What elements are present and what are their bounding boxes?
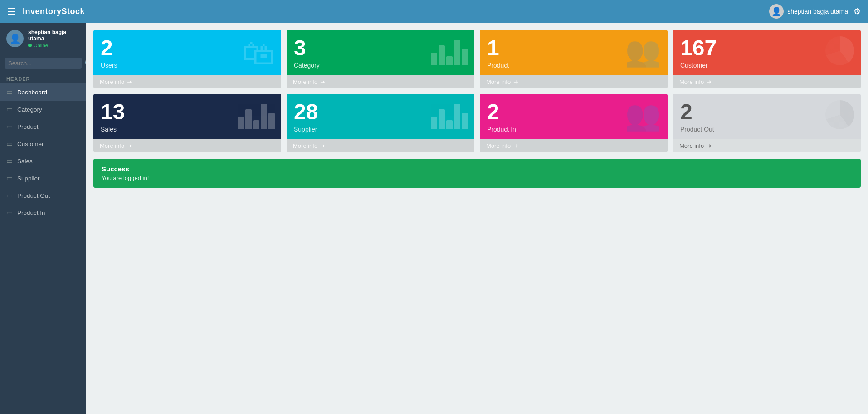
card-users-body: 2 Users 🛍 [93, 30, 281, 75]
top-username: sheptian bagja utama [787, 8, 848, 15]
card-users-label: Users [101, 62, 117, 69]
card-customer-footer[interactable]: More info ➜ [673, 75, 861, 88]
card-product-label: Product [487, 62, 509, 69]
card-supplier-footer[interactable]: More info ➜ [287, 139, 474, 152]
sidebar: 👤 sheptian bagja utama Online 🔍 HEADER ▭… [0, 23, 86, 414]
app-title: InventoryStock [23, 7, 85, 16]
sales-bar-icon [238, 100, 275, 129]
top-nav: ☰ InventoryStock 👤 sheptian bagja utama … [0, 0, 868, 23]
bar-chart-icon [431, 36, 468, 65]
top-user-avatar: 👤 [769, 4, 784, 19]
customer-icon: ▭ [6, 140, 13, 148]
alert-message: You are logged in! [102, 175, 853, 181]
cards-grid: 2 Users 🛍 More info ➜ 3 Category [93, 30, 861, 152]
card-sales-body: 13 Sales [93, 94, 281, 139]
card-product-in-footer[interactable]: More info ➜ [480, 139, 668, 152]
card-sales: 13 Sales More info ➜ [93, 94, 281, 152]
supplier-icon: ▭ [6, 174, 13, 182]
settings-icon[interactable]: ⚙ [853, 6, 861, 16]
top-nav-left: ☰ InventoryStock [7, 6, 85, 17]
pie-chart-icon [825, 36, 854, 65]
card-category-number: 3 [294, 37, 320, 59]
dashboard-icon: ▭ [6, 88, 13, 96]
card-product-in-number: 2 [487, 101, 516, 123]
status-label: Online [34, 43, 48, 48]
alert-success: Success You are logged in! [93, 159, 861, 188]
card-supplier-label: Supplier [294, 126, 318, 133]
card-customer-body: 167 Customer [673, 30, 861, 75]
card-product-out: 2 Product Out More info ➜ [673, 94, 861, 152]
supplier-bar-icon [431, 100, 468, 129]
card-category: 3 Category More info ➜ [287, 30, 474, 88]
alert-title: Success [102, 165, 853, 173]
top-user-info: 👤 sheptian bagja utama [769, 4, 848, 19]
sidebar-item-label: Supplier [17, 175, 40, 182]
card-sales-label: Sales [101, 126, 125, 133]
sidebar-item-label: Dashboard [17, 89, 47, 96]
product-icon: ▭ [6, 122, 13, 131]
product-in-icon: ▭ [6, 209, 13, 217]
sidebar-item-label: Product Out [17, 192, 50, 199]
sidebar-item-product-out[interactable]: ▭ Product Out [0, 187, 86, 204]
card-customer: 167 Customer More info ➜ [673, 30, 861, 88]
sidebar-section-label: HEADER [0, 72, 86, 83]
card-product-out-number: 2 [680, 101, 714, 123]
sidebar-status: Online [28, 43, 80, 48]
sidebar-item-supplier[interactable]: ▭ Supplier [0, 170, 86, 187]
card-sales-footer[interactable]: More info ➜ [93, 139, 281, 152]
sidebar-avatar: 👤 [6, 30, 24, 47]
card-product-out-body: 2 Product Out [673, 94, 861, 139]
product-out-pie-icon [825, 100, 854, 129]
hamburger-icon[interactable]: ☰ [7, 6, 15, 17]
sidebar-item-dashboard[interactable]: ▭ Dashboard [0, 83, 86, 101]
card-product-footer[interactable]: More info ➜ [480, 75, 668, 88]
sidebar-item-label: Category [17, 106, 42, 113]
bag-icon: 🛍 [242, 34, 275, 72]
card-product-body: 1 Product 👥 [480, 30, 668, 75]
card-product-number: 1 [487, 37, 509, 59]
sidebar-item-product[interactable]: ▭ Product [0, 118, 86, 135]
product-out-icon: ▭ [6, 191, 13, 200]
card-product-out-label: Product Out [680, 126, 714, 133]
search-input[interactable] [8, 60, 84, 67]
search-box: 🔍 [0, 53, 86, 72]
card-product-in-body: 2 Product In 👥 [480, 94, 668, 139]
sidebar-item-label: Customer [17, 141, 44, 147]
card-category-body: 3 Category [287, 30, 474, 75]
top-nav-right: 👤 sheptian bagja utama ⚙ [769, 4, 861, 19]
sidebar-item-product-in[interactable]: ▭ Product In [0, 204, 86, 221]
sidebar-item-category[interactable]: ▭ Category [0, 101, 86, 118]
sales-icon: ▭ [6, 157, 13, 165]
card-product-out-footer[interactable]: More info ➜ [673, 139, 861, 152]
sidebar-item-label: Product In [17, 209, 45, 216]
card-category-footer[interactable]: More info ➜ [287, 75, 474, 88]
card-supplier: 28 Supplier More info ➜ [287, 94, 474, 152]
sidebar-item-label: Sales [17, 158, 33, 165]
card-customer-label: Customer [680, 62, 717, 69]
sidebar-username: sheptian bagja utama [28, 29, 80, 42]
card-product: 1 Product 👥 More info ➜ [480, 30, 668, 88]
sidebar-user-info: sheptian bagja utama Online [28, 29, 80, 48]
status-dot [28, 44, 32, 47]
search-input-wrap: 🔍 [5, 58, 82, 69]
card-product-in: 2 Product In 👥 More info ➜ [480, 94, 668, 152]
card-category-label: Category [294, 62, 320, 69]
card-product-in-label: Product In [487, 126, 516, 133]
person-plus-icon: 👥 [625, 34, 661, 68]
sidebar-item-customer[interactable]: ▭ Customer [0, 135, 86, 152]
card-supplier-body: 28 Supplier [287, 94, 474, 139]
sidebar-item-label: Product [17, 123, 39, 130]
card-sales-number: 13 [101, 101, 125, 123]
card-users: 2 Users 🛍 More info ➜ [93, 30, 281, 88]
card-customer-number: 167 [680, 37, 717, 59]
card-users-footer[interactable]: More info ➜ [93, 75, 281, 88]
sidebar-item-sales[interactable]: ▭ Sales [0, 152, 86, 170]
card-users-number: 2 [101, 37, 117, 59]
main-layout: 👤 sheptian bagja utama Online 🔍 HEADER ▭… [0, 23, 868, 414]
sidebar-user: 👤 sheptian bagja utama Online [0, 23, 86, 53]
category-icon: ▭ [6, 105, 13, 113]
card-supplier-number: 28 [294, 101, 318, 123]
product-in-person-icon: 👥 [625, 98, 661, 132]
main-content: 2 Users 🛍 More info ➜ 3 Category [86, 23, 868, 414]
